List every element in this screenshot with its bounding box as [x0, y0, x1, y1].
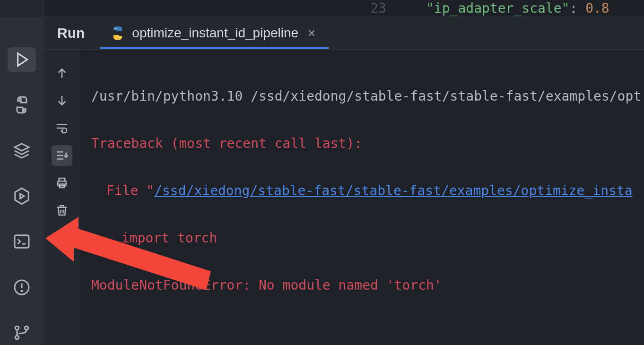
trash-icon: [55, 203, 69, 217]
print-button[interactable]: [52, 172, 72, 193]
run-panel-body: /usr/bin/python3.10 /ssd/xiedong/stable-…: [44, 50, 644, 345]
run-panel: Run optimize_instant_id_pipeline: [44, 17, 644, 345]
svg-point-0: [19, 99, 21, 100]
layers-tool-button[interactable]: [8, 138, 36, 163]
svg-point-5: [15, 326, 19, 330]
wrap-icon: [55, 121, 69, 135]
python-icon: [110, 26, 125, 41]
close-icon: [307, 29, 316, 37]
left-tool-strip: [0, 17, 44, 345]
editor-code-line[interactable]: "ip_adapter_scale": 0.8: [393, 0, 644, 17]
editor-gutter: 23: [44, 0, 393, 17]
svg-rect-2: [15, 235, 29, 248]
run-tool-button[interactable]: [8, 47, 36, 72]
soft-wrap-button[interactable]: [52, 118, 72, 138]
services-tool-button[interactable]: [8, 184, 36, 208]
problems-tool-button[interactable]: [8, 275, 36, 299]
console-gutter: [44, 50, 80, 345]
svg-point-1: [23, 110, 24, 112]
close-tab-button[interactable]: [305, 26, 318, 40]
scroll-end-icon: [55, 148, 69, 163]
vcs-tool-button[interactable]: [8, 320, 36, 345]
scroll-to-end-button[interactable]: [52, 145, 72, 166]
file-link[interactable]: /ssd/xiedong/stable-fast/stable-fast/exa…: [154, 183, 632, 198]
arrow-down-icon: [55, 94, 69, 108]
token-string-key: "ip_adapter_scale": [426, 0, 569, 16]
token-punc: :: [569, 0, 585, 16]
warning-circle-icon: [12, 278, 31, 297]
svg-point-6: [15, 336, 19, 339]
layers-icon: [12, 141, 31, 160]
run-panel-title: Run: [44, 25, 100, 41]
svg-point-9: [119, 37, 121, 39]
svg-point-4: [21, 290, 22, 291]
run-config-tab-label: optimize_instant_id_pipeline: [132, 26, 298, 41]
print-icon: [55, 176, 69, 190]
editor-sliver: 23 "ip_adapter_scale": 0.8: [44, 0, 644, 17]
token-number: 0.8: [585, 0, 609, 16]
git-branch-icon: [12, 323, 31, 342]
python-mono-icon: [12, 95, 31, 114]
scroll-top-button[interactable]: [52, 63, 72, 84]
console-line-blank: [91, 321, 640, 345]
svg-point-7: [25, 326, 28, 330]
svg-point-8: [115, 28, 117, 29]
python-console-button[interactable]: [8, 93, 36, 117]
console-line-file: File "/ssd/xiedong/stable-fast/stable-fa…: [91, 179, 640, 203]
console-line-import: import torch: [91, 226, 640, 250]
hex-play-icon: [12, 187, 31, 206]
scroll-bottom-button[interactable]: [52, 90, 72, 111]
console-line-traceback: Traceback (most recent call last):: [91, 132, 640, 155]
file-prefix: File ": [106, 183, 154, 198]
terminal-tool-button[interactable]: [8, 229, 36, 254]
console-output[interactable]: /usr/bin/python3.10 /ssd/xiedong/stable-…: [80, 50, 644, 345]
terminal-icon: [12, 232, 31, 251]
arrow-up-icon: [55, 66, 69, 80]
run-config-tab[interactable]: optimize_instant_id_pipeline: [100, 19, 329, 49]
console-line-error: ModuleNotFoundError: No module named 'to…: [91, 274, 640, 297]
editor-line-number: 23: [370, 0, 386, 16]
run-panel-header: Run optimize_instant_id_pipeline: [44, 17, 644, 50]
console-line-command: /usr/bin/python3.10 /ssd/xiedong/stable-…: [91, 85, 640, 108]
play-icon: [12, 50, 31, 69]
clear-button[interactable]: [52, 200, 72, 221]
